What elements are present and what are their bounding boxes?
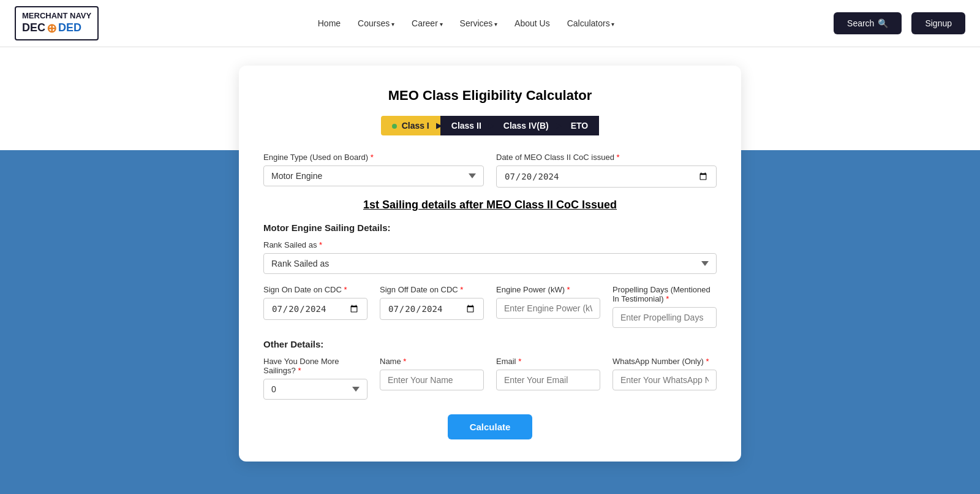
propelling-days-input[interactable] xyxy=(612,307,717,328)
date-meo-label: Date of MEO Class II CoC issued * xyxy=(496,153,717,162)
engine-power-group: Engine Power (kW) * xyxy=(496,285,600,328)
rank-row: Rank Sailed as * Rank Sailed as xyxy=(263,240,717,274)
logo: MERCHANT NAVY DEC⊕DED xyxy=(15,6,99,40)
other-details-title: Other Details: xyxy=(263,339,717,349)
other-details-row: Have You Done More Sailings? * 0 1 2 Nam… xyxy=(263,357,717,400)
logo-ded: DED xyxy=(58,21,81,35)
propelling-days-label: Propelling Days (Mentioned In Testimonia… xyxy=(612,285,717,303)
card-wrapper: MEO Class Eligibility Calculator Class I… xyxy=(0,47,980,494)
engine-date-row: Engine Type (Used on Board) * Motor Engi… xyxy=(263,153,717,188)
nav-about[interactable]: About Us xyxy=(514,18,550,28)
sign-off-group: Sign Off Date on CDC * xyxy=(380,285,484,328)
calculator-card: MEO Class Eligibility Calculator Class I… xyxy=(239,66,741,462)
search-label: Search xyxy=(847,18,874,28)
engine-type-select[interactable]: Motor Engine Steam Engine Diesel Engine xyxy=(263,165,484,186)
tab-class-IVB[interactable]: Class IV(B) xyxy=(492,116,560,135)
nav-courses[interactable]: Courses xyxy=(358,18,394,28)
class-tabs: Class I Class II Class IV(B) ETO xyxy=(263,116,717,135)
calculate-button[interactable]: Calculate xyxy=(448,414,533,439)
propelling-days-group: Propelling Days (Mentioned In Testimonia… xyxy=(612,285,717,328)
name-label: Name * xyxy=(380,357,484,366)
page-background: MEO Class Eligibility Calculator Class I… xyxy=(0,47,980,494)
sign-off-label: Sign Off Date on CDC * xyxy=(380,285,484,294)
logo-box: MERCHANT NAVY DEC⊕DED xyxy=(15,6,99,40)
whatsapp-label: WhatsApp Number (Only) * xyxy=(612,357,717,366)
email-label: Email * xyxy=(496,357,600,366)
nav-home[interactable]: Home xyxy=(318,18,341,28)
tab-class-I[interactable]: Class I xyxy=(381,116,440,135)
search-icon: 🔍 xyxy=(878,18,888,28)
more-sailings-group: Have You Done More Sailings? * 0 1 2 xyxy=(263,357,368,400)
email-input[interactable] xyxy=(496,370,600,390)
nav-career[interactable]: Career xyxy=(412,18,443,28)
email-group: Email * xyxy=(496,357,600,400)
tab-eto[interactable]: ETO xyxy=(560,116,600,135)
tab-class-I-label: Class I xyxy=(402,121,429,131)
nav-calculators[interactable]: Calculators xyxy=(567,18,615,28)
engine-type-group: Engine Type (Used on Board) * Motor Engi… xyxy=(263,153,484,188)
rank-sailed-label: Rank Sailed as * xyxy=(263,240,717,249)
name-group: Name * xyxy=(380,357,484,400)
nav-services[interactable]: Services xyxy=(460,18,497,28)
logo-line1: MERCHANT NAVY xyxy=(22,11,91,21)
more-sailings-select[interactable]: 0 1 2 xyxy=(263,379,368,400)
signup-button[interactable]: Signup xyxy=(911,12,965,34)
name-input[interactable] xyxy=(380,370,484,390)
sign-off-input[interactable] xyxy=(380,298,484,320)
logo-line2: DEC⊕DED xyxy=(22,21,91,36)
nav-right: Search 🔍 Signup xyxy=(834,12,965,34)
engine-type-label: Engine Type (Used on Board) * xyxy=(263,153,484,162)
navbar: MERCHANT NAVY DEC⊕DED Home Courses Caree… xyxy=(0,0,980,47)
engine-power-label: Engine Power (kW) * xyxy=(496,285,600,294)
sailing-details-row: Sign On Date on CDC * Sign Off Date on C… xyxy=(263,285,717,328)
logo-dec: DEC xyxy=(22,21,45,35)
search-button[interactable]: Search 🔍 xyxy=(834,12,902,34)
sign-on-label: Sign On Date on CDC * xyxy=(263,285,368,294)
sign-on-input[interactable] xyxy=(263,298,368,320)
sign-on-group: Sign On Date on CDC * xyxy=(263,285,368,328)
motor-engine-section-title: Motor Engine Sailing Details: xyxy=(263,222,717,233)
tab-class-II[interactable]: Class II xyxy=(440,116,492,135)
more-sailings-label: Have You Done More Sailings? * xyxy=(263,357,368,375)
whatsapp-group: WhatsApp Number (Only) * xyxy=(612,357,717,400)
rank-sailed-select[interactable]: Rank Sailed as xyxy=(263,253,717,274)
nav-links: Home Courses Career Services About Us Ca… xyxy=(318,18,615,28)
calculator-title: MEO Class Eligibility Calculator xyxy=(263,88,717,104)
date-meo-group: Date of MEO Class II CoC issued * xyxy=(496,153,717,188)
sailing-heading: 1st Sailing details after MEO Class II C… xyxy=(263,199,717,211)
logo-wheel: ⊕ xyxy=(47,21,57,36)
rank-sailed-group: Rank Sailed as * Rank Sailed as xyxy=(263,240,717,274)
engine-power-input[interactable] xyxy=(496,298,600,319)
date-meo-input[interactable] xyxy=(496,165,717,188)
whatsapp-input[interactable] xyxy=(612,370,717,390)
active-dot xyxy=(392,124,397,129)
